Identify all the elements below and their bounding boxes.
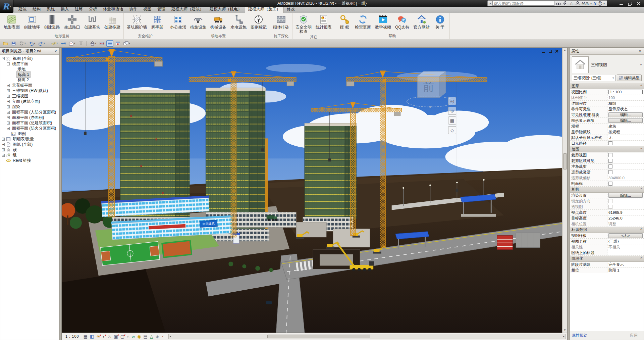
property-group-header[interactable]: 相机^ — [570, 187, 644, 193]
tree-item[interactable]: + 组 — [0, 152, 59, 158]
tree-item[interactable]: + 立面 (建筑立面) — [0, 99, 59, 104]
help-icon[interactable]: ? — [598, 1, 602, 6]
tree-item[interactable]: 标高 2 — [0, 77, 59, 83]
view-close-icon[interactable] — [555, 49, 558, 53]
view-minimize-icon[interactable] — [541, 49, 545, 53]
tree-expander-icon[interactable]: + — [7, 100, 10, 103]
checkbox[interactable] — [608, 170, 612, 174]
property-value[interactable]: 完全显示 — [607, 262, 644, 267]
ribbon-tab[interactable]: 系统 — [44, 6, 58, 13]
property-value[interactable]: 无 — [607, 135, 644, 140]
tree-item[interactable]: + 明细表/数量 — [0, 136, 59, 142]
sun-path-icon[interactable]: ☀✗ — [96, 334, 100, 339]
type-selector-dropdown-icon[interactable]: ▾ — [640, 63, 642, 66]
reveal-hidden-elements-icon[interactable]: ◉✗ — [137, 334, 141, 339]
property-value[interactable]: 精细 — [607, 101, 644, 106]
property-value[interactable]: 阶段 1 — [607, 268, 644, 273]
sync-icon[interactable]: ▾ — [18, 40, 27, 47]
checkbox[interactable] — [608, 141, 612, 145]
infocenter-collapse-icon[interactable]: ▸ — [490, 2, 491, 5]
zoom-icon[interactable]: ⊕ — [448, 107, 456, 115]
render-dialog-icon[interactable]: ♨✗ — [108, 334, 112, 339]
ribbon-button[interactable]: 图例标记 — [249, 14, 269, 30]
checkbox[interactable] — [608, 153, 612, 157]
property-value[interactable]: {三维} — [607, 239, 644, 244]
tag-icon[interactable]: ▾ — [68, 40, 76, 47]
horizontal-scrollbar-thumb[interactable] — [267, 335, 371, 338]
property-value[interactable]: 编辑... — [607, 118, 644, 123]
properties-help-link[interactable]: 属性帮助 — [572, 333, 587, 338]
property-value[interactable] — [607, 164, 644, 169]
close-hidden-windows-icon[interactable]: ▾ — [114, 40, 121, 47]
property-value[interactable] — [607, 169, 644, 175]
drawing-area[interactable]: 中国建筑 — [62, 48, 567, 333]
property-value[interactable] — [607, 250, 644, 255]
ribbon-button[interactable]: 生成路口 — [62, 14, 82, 30]
tree-expander-icon[interactable]: + — [7, 89, 10, 92]
app-menu-button[interactable]: R ▾ — [0, 0, 13, 13]
tree-item[interactable]: + 面积平面 (人防分区面积) — [0, 109, 59, 115]
tree-expander-icon[interactable]: + — [7, 84, 10, 87]
property-value[interactable]: 显示原状态 — [607, 106, 644, 112]
ribbon-button[interactable]: 统计报表 — [314, 14, 334, 30]
ribbon-button[interactable]: 砌体排砖 — [271, 14, 291, 30]
property-value[interactable]: 61965.9 — [607, 210, 644, 215]
property-value[interactable]: 调整 — [607, 221, 644, 227]
checkbox[interactable] — [608, 182, 612, 186]
tree-item[interactable]: + 面积平面 (净面积) — [0, 115, 59, 120]
ribbon-button[interactable]: 官方网站 — [412, 14, 432, 30]
tree-expander-icon[interactable]: + — [7, 116, 10, 119]
apply-button[interactable]: 应用 — [626, 332, 642, 339]
property-group-header[interactable]: 范围^ — [570, 146, 644, 152]
ribbon-button[interactable]: 地形表面 — [2, 14, 22, 30]
tree-expander-icon[interactable]: + — [7, 122, 10, 125]
ribbon-button[interactable]: 创建道路 — [42, 14, 62, 30]
property-value[interactable]: 按规程 — [607, 129, 644, 135]
ribbon-button[interactable]: 措施设施 — [188, 14, 208, 30]
tree-expander-icon[interactable]: + — [7, 127, 10, 130]
thin-lines-icon[interactable]: ▾ — [106, 40, 113, 47]
tree-expander-icon[interactable]: + — [7, 95, 10, 98]
tree-item[interactable]: - 视图 (全部) — [0, 56, 59, 61]
property-value[interactable] — [607, 204, 644, 209]
property-value[interactable] — [607, 198, 644, 204]
temporary-view-properties-icon[interactable]: ▤✗ — [143, 334, 147, 339]
type-selector[interactable]: 三维视图 ▾ — [570, 55, 644, 75]
tree-item[interactable]: 图例 — [0, 131, 59, 136]
measure-icon[interactable]: ▾ — [50, 40, 59, 47]
tree-expander-icon[interactable]: + — [7, 111, 10, 114]
property-value[interactable]: 不相关 — [607, 244, 644, 250]
ribbon-tab[interactable]: 建筑 — [15, 6, 30, 13]
highlight-displacement-icon[interactable]: ◈✗ — [156, 334, 159, 339]
steering-wheel-icon[interactable]: ◎ — [448, 97, 456, 105]
viewcube-home-icon[interactable]: ◇ — [448, 126, 456, 134]
favorites-icon[interactable]: ☆ — [569, 1, 574, 6]
show-analytical-model-icon[interactable]: △✗ — [150, 334, 153, 339]
unlocked-3d-view-icon[interactable]: ⌂✗ — [127, 334, 129, 339]
tree-item[interactable]: Revit 链接 — [0, 158, 59, 163]
ribbon-tab[interactable]: 修改 — [284, 6, 298, 13]
view-scale-button[interactable]: 1 : 100 — [63, 334, 82, 339]
open-icon[interactable]: ▾ — [2, 40, 9, 47]
sign-in-dropdown-icon[interactable]: ▾ — [590, 2, 592, 5]
edit-type-button[interactable]: 编辑类型 — [617, 75, 642, 81]
tree-expander-icon[interactable]: - — [2, 57, 5, 60]
properties-close-icon[interactable]: × — [638, 49, 642, 54]
vertical-scrollbar-thumb[interactable] — [563, 153, 567, 169]
ribbon-tab[interactable]: 分析 — [86, 6, 100, 13]
ribbon-button[interactable]: 关 于 — [432, 14, 448, 30]
ribbon-button[interactable]: 基坑围护墙 — [125, 14, 149, 30]
tree-item[interactable]: + 三维视图 — [0, 93, 59, 99]
horizontal-scrollbar[interactable]: ◂ ▸ — [168, 334, 566, 339]
save-icon[interactable]: ▾ — [10, 40, 17, 47]
sign-in-icon[interactable] — [575, 1, 580, 6]
tree-expander-icon[interactable]: + — [2, 154, 5, 157]
default-3d-view-icon[interactable]: ▾ — [89, 40, 98, 47]
ribbon-tab[interactable]: 体量和场地 — [100, 6, 126, 13]
ribbon-button[interactable]: 创建拟建 — [102, 14, 122, 30]
ribbon-tab[interactable]: 建模大师（机电） — [207, 6, 245, 13]
restore-button[interactable] — [628, 1, 632, 5]
property-value[interactable]: 100 — [607, 95, 644, 100]
instance-combobox[interactable]: 三维视图: {三维}▾ — [572, 75, 615, 81]
tree-expander-icon[interactable]: + — [7, 105, 10, 108]
